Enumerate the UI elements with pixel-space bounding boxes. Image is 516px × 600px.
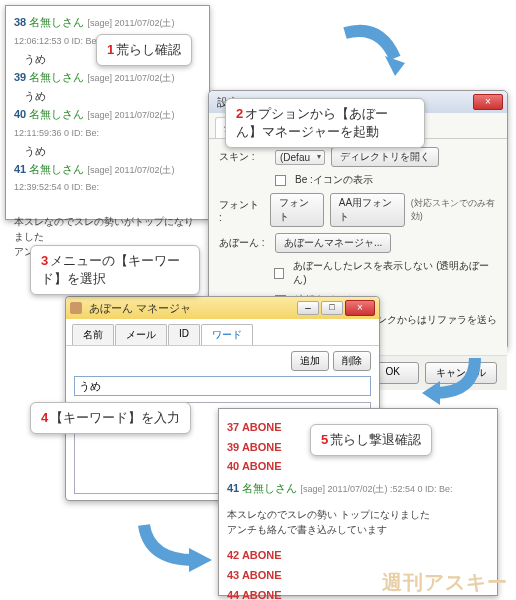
svg-marker-1 (422, 381, 440, 405)
svg-marker-0 (385, 56, 405, 76)
abone-line: 42 ABONE (227, 547, 489, 565)
callout-3: 3メニューの【キーワード】を選択 (30, 245, 200, 295)
app-icon (70, 302, 82, 314)
abone-label: あぼーん : (219, 236, 269, 250)
callout-5: 5荒らし撃退確認 (310, 424, 432, 456)
maximize-button[interactable]: □ (321, 301, 343, 315)
post: 39 名無しさん [sage] 2011/07/02(土)うめ (14, 69, 201, 106)
font-label: フォント : (219, 198, 264, 223)
open-dir-button[interactable]: ディレクトリを開く (331, 147, 439, 167)
post: 41 名無しさん [sage] 2011/07/02(土) :52:54 0 I… (227, 480, 489, 498)
tab-mail[interactable]: メール (115, 324, 167, 345)
callout-4: 4【キーワード】を入力 (30, 402, 191, 434)
add-button[interactable]: 追加 (291, 351, 329, 371)
skin-label: スキン : (219, 150, 269, 164)
arrow-icon (134, 515, 219, 575)
minimize-button[interactable]: – (297, 301, 319, 315)
manager-tabs: 名前 メール ID ワード (66, 319, 379, 346)
tab-id[interactable]: ID (168, 324, 200, 345)
tab-word[interactable]: ワード (201, 324, 253, 345)
dialog-title: あぼーん マネージャ (85, 301, 297, 316)
arrow-icon (420, 348, 490, 408)
aa-font-button[interactable]: AA用フォント (330, 193, 405, 227)
keyword-input[interactable] (74, 376, 371, 396)
watermark: 週刊アスキー (382, 569, 508, 596)
close-button[interactable]: × (473, 94, 503, 110)
titlebar[interactable]: あぼーん マネージャ – □ × (66, 297, 379, 319)
skin-select[interactable]: (Defau (275, 150, 325, 165)
post: 41 名無しさん [sage] 2011/07/02(土) 12:39:52:5… (14, 161, 201, 196)
close-button[interactable]: × (345, 300, 375, 316)
callout-1: 1荒らし確認 (96, 34, 192, 66)
arrow-icon (340, 18, 410, 88)
tab-name[interactable]: 名前 (72, 324, 114, 345)
thread-note: 本スレなのでスレの勢い トップになりましたアンチも絡んで書き込みしています (227, 507, 489, 537)
transparent-abone-checkbox[interactable] (274, 268, 285, 279)
post: 40 名無しさん [sage] 2011/07/02(土) 12:11:59:3… (14, 106, 201, 161)
abone-manager-button[interactable]: あぼーんマネージャ... (275, 233, 391, 253)
callout-2: 2オプションから【あぼーん】マネージャーを起動 (225, 98, 425, 148)
delete-button[interactable]: 削除 (333, 351, 371, 371)
abone-line: 40 ABONE (227, 458, 489, 476)
font-button[interactable]: フォント (270, 193, 324, 227)
be-checkbox[interactable] (275, 175, 286, 186)
svg-marker-2 (189, 548, 212, 572)
